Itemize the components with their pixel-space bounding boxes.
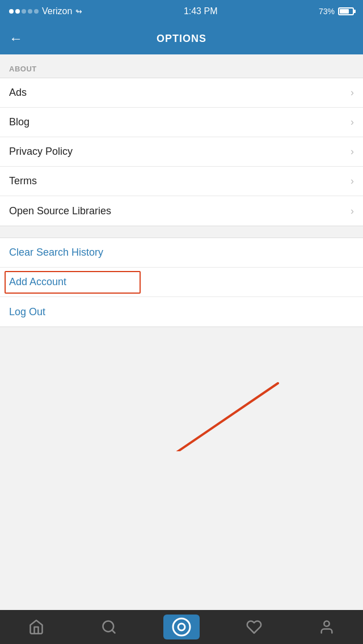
svg-point-4 <box>173 618 190 635</box>
add-account-button[interactable]: Add Account <box>0 268 363 297</box>
search-icon <box>101 619 117 635</box>
chevron-icon-terms: › <box>351 175 354 187</box>
tab-profile[interactable] <box>309 615 345 639</box>
home-icon <box>28 619 44 635</box>
chevron-icon-privacy: › <box>351 146 354 158</box>
chevron-icon-blog: › <box>351 116 354 128</box>
svg-line-3 <box>112 630 115 633</box>
tab-bar <box>0 610 363 644</box>
status-bar: Verizon ↬ 1:43 PM 73% <box>0 0 363 23</box>
back-arrow-icon: ← <box>9 31 23 46</box>
chevron-icon-ads: › <box>351 87 354 99</box>
camera-icon <box>172 617 191 637</box>
clear-search-label: Clear Search History <box>9 247 103 259</box>
about-list: Ads › Blog › Privacy Policy › Terms › Op… <box>0 78 363 226</box>
back-button[interactable]: ← <box>9 31 23 46</box>
tab-camera[interactable] <box>163 615 200 639</box>
list-item-blog[interactable]: Blog › <box>0 108 363 137</box>
signal-dot-4 <box>28 9 32 14</box>
chevron-icon-open-source: › <box>351 205 354 217</box>
list-item-open-source[interactable]: Open Source Libraries › <box>0 196 363 226</box>
signal-dot-1 <box>9 9 14 14</box>
open-source-label: Open Source Libraries <box>9 205 111 217</box>
battery-percent: 73% <box>319 7 335 16</box>
nav-bar: ← OPTIONS <box>0 23 363 54</box>
tab-search[interactable] <box>91 615 127 639</box>
profile-icon <box>319 619 335 635</box>
signal-dot-2 <box>15 9 20 14</box>
blog-label: Blog <box>9 116 29 128</box>
actions-section: Clear Search History Add Account Log Out <box>0 238 363 327</box>
clear-search-history-button[interactable]: Clear Search History <box>0 238 363 268</box>
content-area: ABOUT Ads › Blog › Privacy Policy › Term… <box>0 54 363 327</box>
svg-line-0 <box>153 383 278 451</box>
privacy-label: Privacy Policy <box>9 146 73 158</box>
terms-label: Terms <box>9 175 37 187</box>
signal-dot-5 <box>34 9 39 14</box>
tab-activity[interactable] <box>236 615 272 639</box>
battery-icon <box>338 7 354 15</box>
list-item-terms[interactable]: Terms › <box>0 167 363 196</box>
list-item-ads[interactable]: Ads › <box>0 78 363 108</box>
status-left: Verizon ↬ <box>9 6 82 16</box>
ads-label: Ads <box>9 87 27 99</box>
log-out-label: Log Out <box>9 306 45 318</box>
wifi-icon: ↬ <box>75 7 82 16</box>
about-section-header: ABOUT <box>0 54 363 78</box>
log-out-button[interactable]: Log Out <box>0 297 363 327</box>
add-account-label: Add Account <box>9 276 66 288</box>
signal-dots <box>9 9 39 14</box>
status-right: 73% <box>319 7 354 16</box>
svg-point-5 <box>178 624 185 630</box>
status-time: 1:43 PM <box>184 6 218 16</box>
list-item-privacy[interactable]: Privacy Policy › <box>0 137 363 167</box>
tab-home[interactable] <box>18 615 54 639</box>
page-title: OPTIONS <box>157 33 206 45</box>
carrier-label: Verizon <box>42 6 72 16</box>
heart-icon <box>246 619 262 635</box>
svg-point-6 <box>324 621 329 626</box>
signal-dot-3 <box>22 9 26 14</box>
